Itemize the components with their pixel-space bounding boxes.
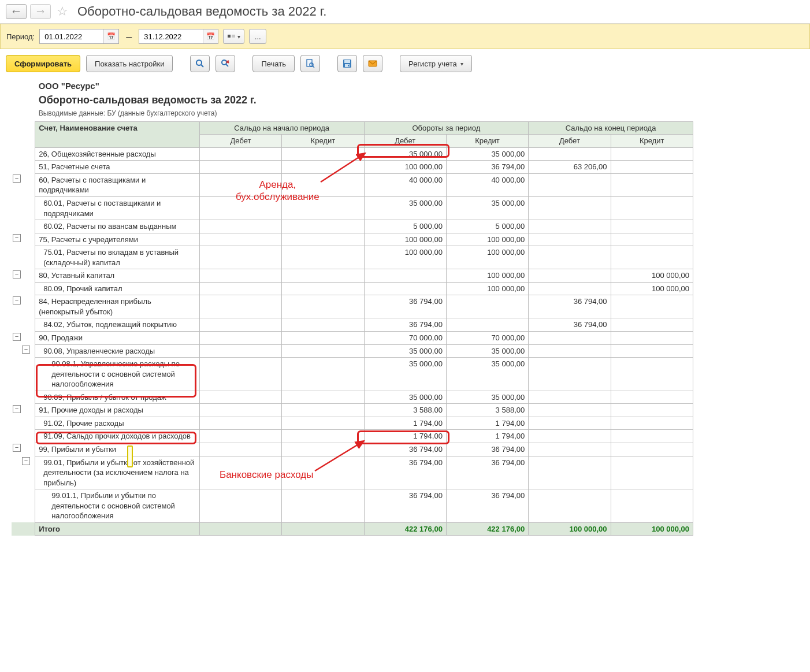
open-credit [282,391,364,404]
open-credit [282,220,364,233]
table-row[interactable]: − 99.01, Прибыли и убытки от хозяйственн… [12,456,693,489]
open-debit [199,344,281,358]
period-more-button[interactable]: ... [249,29,266,44]
find-button[interactable] [190,55,210,72]
svg-rect-1 [232,35,235,38]
close-debit [529,391,611,404]
table-row[interactable]: − 99, Прибыли и убытки 36 794,00 36 794,… [12,443,693,456]
open-credit [282,332,364,345]
svg-line-3 [201,65,203,67]
tree-collapse-icon[interactable]: − [13,234,21,242]
table-row[interactable]: − 90, Продажи 70 000,00 70 000,00 [12,332,693,345]
period-bar: Период: 📅 – 📅 ▾ ... [0,24,810,49]
table-row[interactable]: − 91, Прочие доходы и расходы 3 588,00 3… [12,404,693,417]
svg-line-5 [226,64,228,66]
col-credit: Кредит [611,135,693,148]
svg-line-10 [313,66,314,68]
table-row[interactable]: − 80, Уставный капитал 100 000,00 100 00… [12,269,693,283]
forward-button[interactable]: 🡒 [30,4,51,19]
account-name: 90.09, Прибыль / убыток от продаж [35,391,200,404]
close-debit: 63 206,00 [529,161,611,174]
close-credit [611,404,693,417]
table-row[interactable]: 91.02, Прочие расходы 1 794,00 1 794,00 [12,417,693,430]
col-close-balance: Сальдо на конец периода [529,121,693,135]
period-from-input[interactable] [40,29,103,43]
close-debit [529,246,611,269]
back-button[interactable]: 🡐 [6,4,27,19]
account-name: 99.01, Прибыли и убытки от хозяйственной… [35,456,200,489]
table-row[interactable]: 60.02, Расчеты по авансам выданным 5 000… [12,220,693,233]
table-row[interactable]: − 75, Расчеты с учредителями 100 000,00 … [12,233,693,246]
tree-collapse-icon[interactable]: − [13,270,21,279]
account-name: 60.02, Расчеты по авансам выданным [35,220,200,233]
period-to-input[interactable] [139,29,203,43]
calendar-icon[interactable]: 📅 [103,29,118,43]
save-button[interactable] [337,55,357,72]
favorite-star-icon[interactable]: ☆ [54,3,70,20]
turn-debit: 1 794,00 [364,417,446,430]
close-credit [611,161,693,174]
close-credit [611,246,693,269]
table-row[interactable]: − 90.08, Управленческие расходы 35 000,0… [12,344,693,358]
table-row[interactable]: 26, Общехозяйственные расходы 35 000,00 … [12,147,693,161]
table-row[interactable]: 51, Расчетные счета 100 000,00 36 794,00… [12,161,693,174]
close-credit [611,233,693,246]
find-clear-button[interactable] [215,55,235,72]
close-debit [529,332,611,345]
open-debit [199,456,281,489]
table-row[interactable]: − 84, Нераспределенная прибыль (непокрыт… [12,295,693,318]
open-credit [282,430,364,443]
report-table: ООО "Ресурс" Оборотно-сальдовая ведомост… [12,78,693,536]
col-credit: Кредит [282,135,364,148]
turn-credit: 35 000,00 [446,147,528,161]
table-row[interactable]: 90.09, Прибыль / убыток от продаж 35 000… [12,391,693,404]
turn-credit: 1 794,00 [446,430,528,443]
turn-debit: 100 000,00 [364,161,446,174]
account-name: 80, Уставный капитал [35,269,200,283]
tree-collapse-icon[interactable]: − [22,457,30,465]
total-row: Итого 422 176,00 422 176,00 100 000,00 1… [12,522,693,536]
svg-rect-14 [348,65,349,66]
account-name: 75, Расчеты с учредителями [35,233,200,246]
open-credit [282,417,364,430]
close-credit [611,173,693,196]
top-nav-bar: 🡐 🡒 ☆ Оборотно-сальдовая ведомость за 20… [0,0,810,24]
period-preset-button[interactable]: ▾ [223,29,244,44]
tree-collapse-icon[interactable]: − [13,405,21,413]
table-row[interactable]: 84.02, Убыток, подлежащий покрытию 36 79… [12,318,693,332]
turn-credit: 35 000,00 [446,358,528,391]
table-row[interactable]: 80.09, Прочий капитал 100 000,00 100 000… [12,282,693,295]
preview-button[interactable] [300,55,320,72]
tree-collapse-icon[interactable]: − [13,175,21,183]
tree-collapse-icon[interactable]: − [22,346,30,354]
tree-collapse-icon[interactable]: − [13,333,21,341]
tree-collapse-icon[interactable]: − [13,296,21,305]
col-open-balance: Сальдо на начало периода [199,121,364,135]
table-row[interactable]: 91.09, Сальдо прочих доходов и расходов … [12,430,693,443]
turn-debit: 70 000,00 [364,332,446,345]
generate-button[interactable]: Сформировать [6,55,80,72]
table-row[interactable]: 60.01, Расчеты с поставщиками и подрядчи… [12,197,693,220]
document-search-icon [306,59,315,68]
print-button[interactable]: Печать [252,55,295,72]
close-debit [529,147,611,161]
register-button[interactable]: Регистр учета▾ [400,55,472,72]
table-row[interactable]: − 60, Расчеты с поставщиками и подрядчик… [12,173,693,196]
open-debit [199,173,281,196]
account-name: 80.09, Прочий капитал [35,282,200,295]
turn-credit: 5 000,00 [446,220,528,233]
show-settings-button[interactable]: Показать настройки [86,55,173,72]
close-debit [529,404,611,417]
tree-collapse-icon[interactable]: − [13,444,21,452]
turn-credit: 35 000,00 [446,391,528,404]
account-name: 90, Продажи [35,332,200,345]
close-credit [611,489,693,523]
close-debit [529,489,611,523]
email-button[interactable] [363,55,382,72]
table-row[interactable]: 75.01, Расчеты по вкладам в уставный (ск… [12,246,693,269]
calendar-icon[interactable]: 📅 [203,29,218,43]
open-debit [199,246,281,269]
table-row[interactable]: 90.08.1, Управленческие расходы по деяте… [12,358,693,391]
table-row[interactable]: 99.01.1, Прибыли и убытки по деятельност… [12,489,693,523]
turn-debit: 36 794,00 [364,318,446,332]
